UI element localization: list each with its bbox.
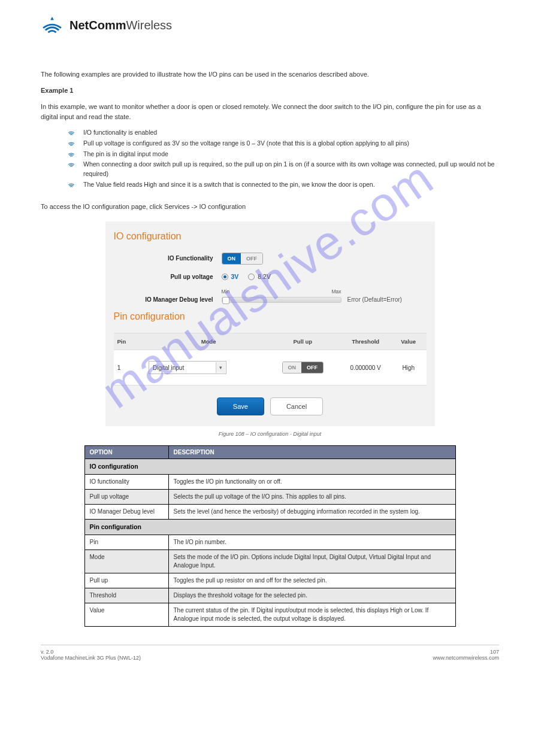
cell-option: IO Manager Debug level	[84, 505, 168, 520]
footer-brand-url: www.netcommwireless.com	[433, 655, 499, 661]
pin-table-header: Pin Mode Pull up Threshold Value	[114, 333, 427, 350]
th-description: DESCRIPTION	[168, 446, 455, 459]
cell-desc: Toggles the pull up resistor on and off …	[168, 573, 455, 588]
cell-value: High	[394, 365, 423, 371]
bullet-text: Pull up voltage is configured as 3V so t…	[83, 139, 409, 148]
cell-threshold: 0.000000 V	[337, 365, 394, 371]
cell-option: Pull up	[84, 573, 168, 588]
bullet-item: I/O functionality is enabled	[68, 128, 499, 138]
toggle-on[interactable]: ON	[283, 362, 302, 373]
pullup-toggle[interactable]: ON OFF	[282, 362, 324, 374]
chevron-down-icon: ▾	[216, 362, 225, 373]
cell-option: Pull up voltage	[84, 490, 168, 505]
footer-version: v. 2.0	[41, 649, 53, 655]
bullet-icon	[68, 162, 75, 168]
radio-option-8v[interactable]: 8.2V	[248, 273, 271, 281]
logo-text: NetCommWireless	[69, 19, 172, 32]
toggle-off[interactable]: OFF	[241, 253, 262, 264]
cell-option: Pin	[84, 535, 168, 549]
radio-icon	[248, 274, 255, 280]
io-functionality-toggle[interactable]: ON OFF	[222, 253, 264, 265]
save-button[interactable]: Save	[217, 397, 264, 415]
th-pin: Pin	[117, 338, 149, 345]
bullet-item: The Value field reads High and since it …	[68, 180, 499, 190]
page-footer: v. 2.0 Vodafone MachineLink 3G Plus (NWL…	[41, 645, 499, 661]
cell-desc: Selects the pull up voltage of the I/O p…	[168, 490, 455, 505]
bullet-item: When connecting a door switch pull up is…	[68, 160, 499, 179]
cell-desc: The current status of the pin. If Digita…	[168, 603, 455, 626]
bullet-item: The pin is in digital input mode	[68, 150, 499, 159]
io-config-screenshot: IO configuration IO Functionality ON OFF…	[105, 221, 435, 427]
bullet-icon	[68, 151, 75, 157]
debug-slider[interactable]	[222, 297, 341, 303]
example-title: Example 1	[41, 86, 499, 96]
cell-pin: 1	[117, 364, 149, 371]
label-pull-up-voltage: Pull up voltage	[114, 274, 222, 280]
cell-desc: The I/O pin number.	[168, 535, 455, 549]
toggle-off[interactable]: OFF	[301, 362, 323, 373]
cell-desc: Sets the mode of the I/O pin. Options in…	[168, 549, 455, 573]
pin-config-heading: Pin configuration	[114, 311, 427, 322]
cancel-button[interactable]: Cancel	[270, 397, 323, 415]
io-config-heading: IO configuration	[114, 231, 427, 242]
cell-desc: Displays the threshold voltage for the s…	[168, 588, 455, 603]
cell-option: IO functionality	[84, 475, 168, 490]
th-mode: Mode	[149, 338, 268, 345]
debug-readout: Error (Default=Error)	[347, 296, 402, 303]
mode-select[interactable]: Digital input ▾	[149, 361, 226, 374]
description-table: OPTION DESCRIPTION IO configuration IO f…	[84, 445, 456, 626]
cell-desc: Sets the level (and hence the verbosity)…	[168, 505, 455, 520]
slider-min-label: Min	[222, 289, 230, 294]
cell-option: Mode	[84, 549, 168, 573]
bullet-item: Pull up voltage is configured as 3V so t…	[68, 139, 499, 148]
label-debug-level: IO Manager Debug level	[114, 296, 222, 303]
footer-product: Vodafone MachineLink 3G Plus (NWL-12)	[41, 655, 141, 661]
slider-thumb[interactable]	[222, 297, 229, 304]
section-pin-config: Pin configuration	[84, 520, 455, 535]
mode-select-value: Digital input	[153, 365, 184, 371]
figure-caption: Figure 108 – IO configuration - Digital …	[41, 431, 499, 437]
cell-desc: Toggles the I/O pin functionality on or …	[168, 475, 455, 490]
th-pullup: Pull up	[268, 338, 337, 345]
example-body: In this example, we want to monitor whet…	[41, 102, 499, 122]
bullet-icon	[68, 130, 75, 136]
pin-table-row: 1 Digital input ▾ ON OFF 0.000000 V High	[114, 350, 427, 385]
svg-marker-0	[50, 17, 54, 20]
nav-instruction: To access the IO configuration page, cli…	[41, 202, 499, 212]
bullet-text: The Value field reads High and since it …	[83, 180, 375, 190]
radio-icon	[222, 274, 228, 280]
bullet-list: I/O functionality is enabled Pull up vol…	[68, 128, 499, 190]
radio-option-3v[interactable]: 3V	[222, 273, 239, 281]
bullet-text: The pin is in digital input mode	[83, 150, 168, 159]
logo-icon	[41, 17, 64, 34]
th-option: OPTION	[84, 446, 168, 459]
intro-paragraph: The following examples are provided to i…	[41, 69, 499, 80]
footer-left: v. 2.0 Vodafone MachineLink 3G Plus (NWL…	[41, 649, 141, 661]
bullet-icon	[68, 182, 75, 188]
bullet-text: When connecting a door switch pull up is…	[83, 160, 499, 179]
slider-max-label: Max	[331, 289, 341, 294]
page-number: 107	[490, 649, 499, 655]
th-threshold: Threshold	[337, 338, 394, 345]
th-value: Value	[394, 338, 423, 345]
cell-option: Threshold	[84, 588, 168, 603]
cell-option: Value	[84, 603, 168, 626]
section-io-config: IO configuration	[84, 459, 455, 475]
bullet-text: I/O functionality is enabled	[83, 128, 157, 138]
brand-logo: NetCommWireless	[41, 17, 499, 34]
bullet-icon	[68, 141, 75, 147]
label-io-functionality: IO Functionality	[114, 255, 222, 262]
toggle-on[interactable]: ON	[222, 253, 241, 264]
